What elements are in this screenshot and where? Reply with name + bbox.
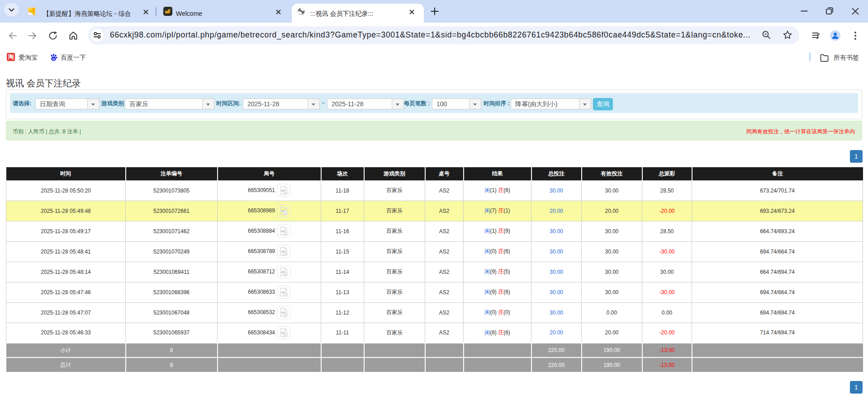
svg-text:du: du bbox=[52, 57, 56, 61]
